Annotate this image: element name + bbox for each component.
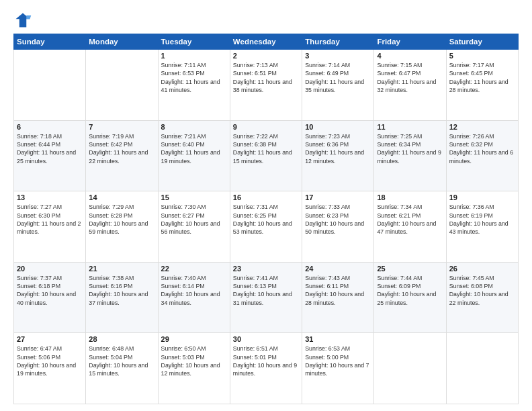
svg-marker-1 — [26, 15, 31, 19]
header — [13, 11, 519, 30]
day-number: 27 — [17, 335, 83, 343]
calendar-cell: 28Sunrise: 6:48 AM Sunset: 5:04 PM Dayli… — [86, 333, 158, 404]
col-header-tuesday: Tuesday — [158, 34, 230, 50]
logo — [13, 11, 35, 30]
day-number: 16 — [233, 193, 299, 201]
cell-content: Sunrise: 7:34 AM Sunset: 6:21 PM Dayligh… — [377, 203, 443, 236]
cell-content: Sunrise: 6:50 AM Sunset: 5:03 PM Dayligh… — [161, 345, 227, 377]
calendar-cell: 31Sunrise: 6:53 AM Sunset: 5:00 PM Dayli… — [302, 333, 374, 404]
col-header-monday: Monday — [86, 34, 158, 50]
cell-content: Sunrise: 6:48 AM Sunset: 5:04 PM Dayligh… — [89, 345, 154, 377]
cell-content: Sunrise: 7:44 AM Sunset: 6:09 PM Dayligh… — [377, 274, 443, 307]
col-header-sunday: Sunday — [14, 34, 86, 50]
calendar-cell: 10Sunrise: 7:23 AM Sunset: 6:36 PM Dayli… — [302, 120, 374, 191]
day-number: 20 — [17, 265, 83, 273]
calendar-row-5: 27Sunrise: 6:47 AM Sunset: 5:06 PM Dayli… — [14, 333, 519, 404]
day-number: 29 — [161, 335, 227, 343]
calendar-cell: 1Sunrise: 7:11 AM Sunset: 6:53 PM Daylig… — [158, 50, 230, 121]
day-number: 12 — [449, 123, 515, 131]
col-header-wednesday: Wednesday — [230, 34, 302, 50]
cell-content: Sunrise: 7:22 AM Sunset: 6:38 PM Dayligh… — [233, 132, 299, 165]
calendar-cell: 19Sunrise: 7:36 AM Sunset: 6:19 PM Dayli… — [446, 191, 518, 263]
day-number: 3 — [305, 52, 371, 60]
calendar-cell: 2Sunrise: 7:13 AM Sunset: 6:51 PM Daylig… — [230, 50, 302, 121]
calendar-cell: 12Sunrise: 7:26 AM Sunset: 6:32 PM Dayli… — [446, 120, 518, 191]
calendar-cell: 24Sunrise: 7:43 AM Sunset: 6:11 PM Dayli… — [302, 262, 374, 333]
day-number: 17 — [305, 193, 371, 201]
calendar-table: SundayMondayTuesdayWednesdayThursdayFrid… — [13, 34, 519, 404]
calendar-row-2: 6Sunrise: 7:18 AM Sunset: 6:44 PM Daylig… — [14, 120, 519, 191]
cell-content: Sunrise: 7:14 AM Sunset: 6:49 PM Dayligh… — [305, 61, 371, 94]
calendar-cell: 14Sunrise: 7:29 AM Sunset: 6:28 PM Dayli… — [86, 191, 158, 263]
cell-content: Sunrise: 7:29 AM Sunset: 6:28 PM Dayligh… — [89, 203, 154, 236]
day-number: 7 — [89, 123, 154, 131]
calendar-row-4: 20Sunrise: 7:37 AM Sunset: 6:18 PM Dayli… — [14, 262, 519, 333]
cell-content: Sunrise: 7:25 AM Sunset: 6:34 PM Dayligh… — [377, 132, 443, 165]
day-number: 23 — [233, 265, 299, 273]
col-header-friday: Friday — [374, 34, 446, 50]
col-header-thursday: Thursday — [302, 34, 374, 50]
day-number: 10 — [305, 123, 371, 131]
cell-content: Sunrise: 7:38 AM Sunset: 6:16 PM Dayligh… — [89, 274, 154, 307]
cell-content: Sunrise: 7:18 AM Sunset: 6:44 PM Dayligh… — [17, 132, 83, 165]
calendar-cell: 13Sunrise: 7:27 AM Sunset: 6:30 PM Dayli… — [14, 191, 86, 263]
calendar-cell: 11Sunrise: 7:25 AM Sunset: 6:34 PM Dayli… — [374, 120, 446, 191]
calendar-cell — [446, 333, 518, 404]
day-number: 4 — [377, 52, 443, 60]
calendar-cell: 20Sunrise: 7:37 AM Sunset: 6:18 PM Dayli… — [14, 262, 86, 333]
calendar-cell: 16Sunrise: 7:31 AM Sunset: 6:25 PM Dayli… — [230, 191, 302, 263]
calendar-cell: 18Sunrise: 7:34 AM Sunset: 6:21 PM Dayli… — [374, 191, 446, 263]
day-number: 28 — [89, 335, 154, 343]
cell-content: Sunrise: 7:33 AM Sunset: 6:23 PM Dayligh… — [305, 203, 371, 236]
day-number: 14 — [89, 193, 154, 201]
day-number: 8 — [161, 123, 227, 131]
calendar-cell: 30Sunrise: 6:51 AM Sunset: 5:01 PM Dayli… — [230, 333, 302, 404]
calendar-cell: 15Sunrise: 7:30 AM Sunset: 6:27 PM Dayli… — [158, 191, 230, 263]
logo-icon — [13, 11, 32, 30]
day-number: 15 — [161, 193, 227, 201]
day-number: 13 — [17, 193, 83, 201]
calendar-row-1: 1Sunrise: 7:11 AM Sunset: 6:53 PM Daylig… — [14, 50, 519, 121]
calendar-cell: 17Sunrise: 7:33 AM Sunset: 6:23 PM Dayli… — [302, 191, 374, 263]
day-number: 5 — [449, 52, 515, 60]
calendar-cell: 29Sunrise: 6:50 AM Sunset: 5:03 PM Dayli… — [158, 333, 230, 404]
calendar-cell: 22Sunrise: 7:40 AM Sunset: 6:14 PM Dayli… — [158, 262, 230, 333]
cell-content: Sunrise: 7:40 AM Sunset: 6:14 PM Dayligh… — [161, 274, 227, 307]
cell-content: Sunrise: 7:37 AM Sunset: 6:18 PM Dayligh… — [17, 274, 83, 307]
cell-content: Sunrise: 6:53 AM Sunset: 5:00 PM Dayligh… — [305, 345, 371, 377]
calendar-cell — [374, 333, 446, 404]
calendar-cell: 8Sunrise: 7:21 AM Sunset: 6:40 PM Daylig… — [158, 120, 230, 191]
cell-content: Sunrise: 7:45 AM Sunset: 6:08 PM Dayligh… — [449, 274, 515, 307]
day-number: 22 — [161, 265, 227, 273]
day-number: 26 — [449, 265, 515, 273]
cell-content: Sunrise: 7:27 AM Sunset: 6:30 PM Dayligh… — [17, 203, 83, 236]
calendar-cell: 5Sunrise: 7:17 AM Sunset: 6:45 PM Daylig… — [446, 50, 518, 121]
calendar-cell: 21Sunrise: 7:38 AM Sunset: 6:16 PM Dayli… — [86, 262, 158, 333]
cell-content: Sunrise: 7:41 AM Sunset: 6:13 PM Dayligh… — [233, 274, 299, 307]
day-number: 21 — [89, 265, 154, 273]
cell-content: Sunrise: 7:17 AM Sunset: 6:45 PM Dayligh… — [449, 61, 515, 94]
cell-content: Sunrise: 7:21 AM Sunset: 6:40 PM Dayligh… — [161, 132, 227, 165]
calendar-cell: 6Sunrise: 7:18 AM Sunset: 6:44 PM Daylig… — [14, 120, 86, 191]
day-number: 18 — [377, 193, 443, 201]
cell-content: Sunrise: 6:47 AM Sunset: 5:06 PM Dayligh… — [17, 345, 83, 377]
cell-content: Sunrise: 7:11 AM Sunset: 6:53 PM Dayligh… — [161, 61, 227, 94]
calendar-cell — [86, 50, 158, 121]
calendar-cell: 9Sunrise: 7:22 AM Sunset: 6:38 PM Daylig… — [230, 120, 302, 191]
day-number: 9 — [233, 123, 299, 131]
cell-content: Sunrise: 7:43 AM Sunset: 6:11 PM Dayligh… — [305, 274, 371, 307]
calendar-cell: 25Sunrise: 7:44 AM Sunset: 6:09 PM Dayli… — [374, 262, 446, 333]
cell-content: Sunrise: 7:19 AM Sunset: 6:42 PM Dayligh… — [89, 132, 154, 165]
cell-content: Sunrise: 7:23 AM Sunset: 6:36 PM Dayligh… — [305, 132, 371, 165]
day-number: 6 — [17, 123, 83, 131]
calendar-cell: 7Sunrise: 7:19 AM Sunset: 6:42 PM Daylig… — [86, 120, 158, 191]
calendar-cell: 23Sunrise: 7:41 AM Sunset: 6:13 PM Dayli… — [230, 262, 302, 333]
day-number: 31 — [305, 335, 371, 343]
calendar-header-row: SundayMondayTuesdayWednesdayThursdayFrid… — [14, 34, 519, 50]
day-number: 11 — [377, 123, 443, 131]
calendar-cell: 3Sunrise: 7:14 AM Sunset: 6:49 PM Daylig… — [302, 50, 374, 121]
cell-content: Sunrise: 7:15 AM Sunset: 6:47 PM Dayligh… — [377, 61, 443, 94]
cell-content: Sunrise: 7:31 AM Sunset: 6:25 PM Dayligh… — [233, 203, 299, 236]
calendar-cell: 4Sunrise: 7:15 AM Sunset: 6:47 PM Daylig… — [374, 50, 446, 121]
svg-marker-0 — [16, 13, 30, 28]
